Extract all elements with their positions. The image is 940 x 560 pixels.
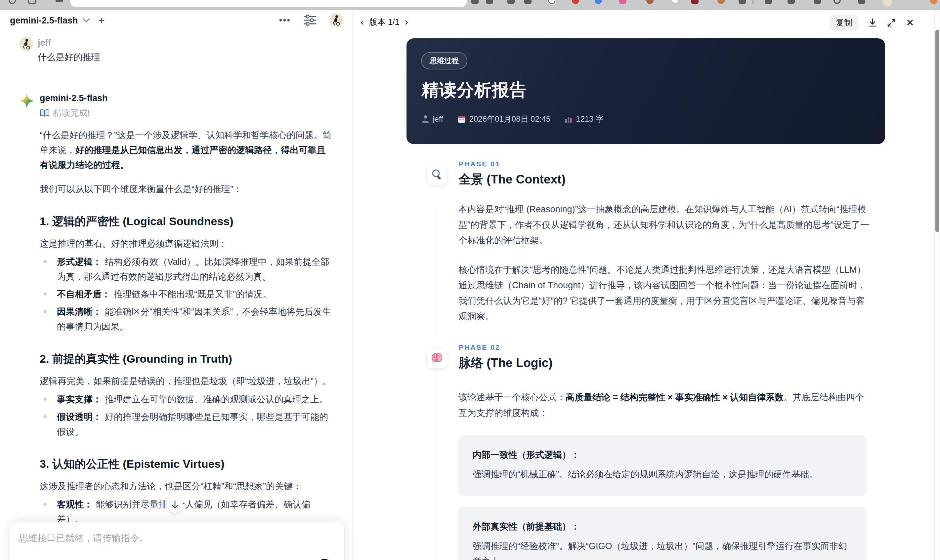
new-chat-button[interactable]: + — [99, 15, 105, 26]
browser-extension-icon[interactable] — [548, 0, 555, 4]
section-heading: 1. 逻辑的严密性 (Logical Soundness) — [40, 214, 333, 229]
browser-extension-icon[interactable] — [738, 0, 746, 4]
phase-title: 脉络 (The Logic) — [459, 355, 553, 371]
book-icon — [40, 109, 49, 117]
logic-dimension-card: 内部一致性（形式逻辑）： 强调推理的“机械正确”。结论必须在给定的规则系统内逻辑… — [458, 435, 866, 496]
browser-extension-icon[interactable] — [472, 0, 479, 4]
message-author: jeff — [38, 37, 100, 48]
settings-sliders-icon[interactable] — [303, 14, 316, 26]
browser-extension-icon[interactable] — [858, 0, 865, 4]
report-author: jeff — [422, 114, 443, 124]
formula-bold-text: 高质量结论 = 结构完整性 × 事实准确性 × 认知自律系数 — [566, 392, 784, 402]
close-icon[interactable]: ✕ — [906, 17, 914, 28]
status-text: 精读完成! — [53, 107, 89, 118]
artifact-toolbar: ‹ 版本 1/1 › 复制 ✕ — [353, 10, 940, 34]
browser-extension-icon[interactable] — [930, 0, 937, 4]
logic-dimension-card: 外部真实性（前提基础）： 强调推理的“经验校准”。解决“GIGO（垃圾进，垃圾出… — [458, 507, 866, 560]
download-icon[interactable] — [868, 18, 877, 28]
user-avatar — [19, 37, 33, 51]
report-hero-card: 思维过程 精读分析报告 jeff 2026年01月08日 02:45 1213 … — [407, 38, 885, 144]
user-avatar[interactable] — [329, 13, 343, 27]
phase-label: PHASE 01 — [459, 160, 566, 168]
list-item: 因果清晰：能准确区分“相关性”和“因果关系”，不会轻率地将先后发生的事情归为因果… — [40, 305, 333, 334]
magnifier-icon — [431, 169, 443, 180]
composer-placeholder: 思维接口已就绪，请传输指令。 — [19, 532, 336, 545]
chevron-down-icon[interactable] — [83, 18, 90, 23]
bullet-list: 形式逻辑：结构必须有效（Valid）。比如演绎推理中，如果前提全部为真，那么通过… — [40, 255, 333, 334]
list-item: 事实支撑：推理建立在可靠的数据、准确的观测或公认的真理之上。 — [40, 392, 333, 407]
assistant-message: gemini-2.5-flash 精读完成! “什么是好的推理？”这是一个涉及逻… — [19, 92, 333, 560]
browser-extension-icon[interactable] — [646, 0, 653, 4]
list-item: 形式逻辑：结构必须有效（Valid）。比如演绎推理中，如果前提全部为真，那么通过… — [40, 255, 333, 284]
report-title: 精读分析报告 — [422, 78, 527, 102]
chat-message-list[interactable]: jeff 什么是好的推理 — [0, 31, 352, 560]
browser-extension-icon[interactable] — [717, 0, 725, 4]
section-heading: 2. 前提的真实性 (Grounding in Truth) — [40, 351, 333, 367]
phase-paragraph: 核心情境在于解决“思考的随意性”问题。不论是人类通过批判性思维进行决策，还是大语… — [458, 262, 870, 324]
artifact-panel: ‹ 版本 1/1 › 复制 ✕ 思维过程 精读分析 — [352, 10, 940, 560]
model-selector[interactable]: gemini-2.5-flash — [10, 15, 78, 26]
phase-label: PHASE 02 — [459, 343, 553, 351]
browser-extension-icon[interactable] — [672, 0, 679, 4]
card-body: 强调推理的“经验校准”。解决“GIGO（垃圾进，垃圾出）”问题，确保推理引擎运行… — [473, 538, 852, 560]
browser-extension-icon[interactable] — [814, 0, 821, 4]
browser-extension-icon[interactable] — [486, 0, 493, 4]
message-text: 什么是好的推理 — [38, 50, 100, 64]
bar-chart-icon — [565, 115, 572, 123]
browser-reload-icon[interactable] — [9, 0, 16, 4]
screen: gemini-2.5-flash + ••• — [0, 0, 940, 560]
phase-paragraph: 本内容是对“推理 (Reasoning)”这一抽象概念的高层建模。在知识爆炸与人… — [458, 202, 870, 248]
more-options-icon[interactable]: ••• — [279, 15, 291, 25]
gemini-logo-icon — [19, 93, 34, 560]
message-composer[interactable]: 思维接口已就绪，请传输指令。 + ❖ — [10, 522, 345, 560]
phase-icon-card — [426, 348, 447, 369]
fullscreen-icon[interactable] — [887, 18, 896, 28]
bullet-list: 事实支撑：推理建立在可靠的数据、准确的观测或公认的真理之上。 假设透明：好的推理… — [40, 392, 333, 439]
browser-extension-icon[interactable] — [572, 0, 579, 4]
section-intro: 逻辑再完美，如果前提是错误的，推理也是垃圾（即“垃圾进，垃圾出”）。 — [40, 374, 333, 389]
chat-panel: gemini-2.5-flash + ••• — [0, 10, 352, 560]
card-title: 内部一致性（形式逻辑）： — [473, 449, 852, 461]
assistant-status: 精读完成! — [40, 107, 333, 118]
person-icon — [422, 115, 429, 123]
scroll-to-bottom-button[interactable] — [167, 497, 183, 513]
browser-extension-icon[interactable] — [595, 0, 602, 4]
brain-icon — [431, 353, 443, 363]
card-title: 外部真实性（前提基础）： — [473, 521, 852, 532]
phase-paragraph: 该论述基于一个核心公式：高质量结论 = 结构完整性 × 事实准确性 × 认知自律… — [458, 390, 870, 421]
section-intro: 这是推理的基石。好的推理必须遵循逻辑法则： — [40, 236, 333, 251]
paragraph-bold-text: 好的推理是从已知信息出发，通过严密的逻辑路径，得出可靠且有说服力结论的过程。 — [40, 145, 325, 170]
browser-extension-icon[interactable] — [834, 0, 841, 4]
phase-section: PHASE 02 脉络 (The Logic) 该论述基于一个核心公式：高质量结… — [353, 343, 940, 560]
browser-extension-icon[interactable] — [507, 0, 515, 4]
phase-section: PHASE 01 全景 (The Context) 本内容是对“推理 (Reas… — [353, 160, 940, 324]
list-item: 假设透明：好的推理会明确指明哪些是已知事实，哪些是基于可能的假设。 — [40, 409, 333, 439]
app-window: gemini-2.5-flash + ••• — [0, 10, 940, 560]
address-bar[interactable] — [70, 0, 467, 7]
browser-profile-avatar[interactable] — [883, 0, 892, 7]
report-badge: 思维过程 — [421, 52, 467, 69]
user-message: jeff 什么是好的推理 — [19, 37, 333, 64]
browser-extension-icon[interactable] — [787, 0, 795, 4]
browser-menu-icon[interactable] — [55, 0, 63, 2]
assistant-paragraph: “什么是好的推理？”这是一个涉及逻辑学、认知科学和哲学核心的问题。简单来说，好的… — [40, 128, 333, 172]
browser-extension-icon[interactable] — [524, 0, 532, 4]
browser-extension-icon[interactable] — [619, 0, 626, 4]
browser-extension-icon[interactable] — [691, 0, 698, 4]
report-date: 2026年01月08日 02:45 — [458, 114, 551, 124]
copy-button[interactable]: 复制 — [830, 15, 858, 31]
browser-extension-icon[interactable] — [765, 0, 772, 4]
chat-header: gemini-2.5-flash + ••• — [0, 10, 352, 31]
assistant-name: gemini-2.5-flash — [40, 92, 333, 104]
report-word-count: 1213 字 — [565, 114, 604, 124]
section-intro: 这涉及推理者的心态和方法论，也是区分“杠精”和“思想家”的关键： — [40, 479, 333, 494]
toolbar-divider — [752, 0, 754, 4]
section-heading: 3. 认知的公正性 (Epistemic Virtues) — [40, 457, 333, 472]
card-body: 强调推理的“机械正确”。结论必须在给定的规则系统内逻辑自洽，这是推理的硬件基础。 — [473, 467, 852, 482]
browser-grid-icon[interactable] — [28, 0, 36, 4]
scrollbar-thumb[interactable] — [935, 30, 939, 232]
assistant-paragraph: 我们可以从以下四个维度来衡量什么是“好的推理”： — [40, 182, 333, 197]
list-item: 不自相矛盾：推理链条中不能出现“既是又非”的情况。 — [40, 287, 333, 302]
previous-version-button[interactable]: ‹ — [361, 17, 364, 27]
next-version-button[interactable]: › — [405, 17, 408, 27]
